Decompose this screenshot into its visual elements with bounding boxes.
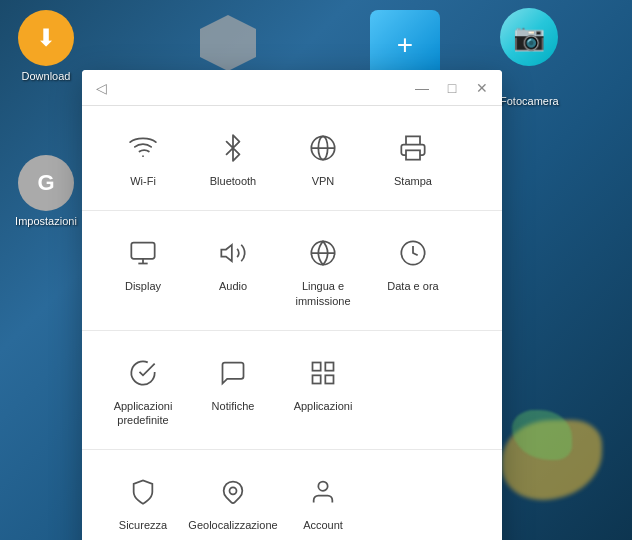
data-icon [393,233,433,273]
settings-item-bluetooth[interactable]: Bluetooth [188,118,278,198]
settings-item-sicurezza[interactable]: Sicurezza [98,462,188,540]
wifi-label: Wi-Fi [130,174,156,188]
svg-point-16 [318,482,327,491]
sicurezza-label: Sicurezza [119,518,167,532]
lingua-label: Lingua e immissione [286,279,360,308]
applicazioni-icon [303,353,343,393]
maximize-button[interactable]: □ [440,76,464,100]
data-label: Data e ora [387,279,438,293]
bluetooth-icon [213,128,253,168]
settings-body: Wi-Fi Bluetooth VPN [82,106,502,540]
audio-label: Audio [219,279,247,293]
apppredefinite-label: Applicazioni predefinite [106,399,180,428]
sicurezza-icon [123,472,163,512]
fotocamera-icon[interactable]: 📷 [500,8,558,66]
settings-item-account[interactable]: Account [278,462,368,540]
window-titlebar: ◁ — □ ✕ [82,70,502,106]
settings-section-4: Sicurezza Geolocalizzazione Account [82,450,502,540]
settings-section-3: Applicazioni predefinite Notifiche Appli… [82,331,502,451]
apppredefinite-icon [123,353,163,393]
settings-item-audio[interactable]: Audio [188,223,278,318]
lingua-icon [303,233,343,273]
desktop-icon-download[interactable]: ⬇ Download [6,10,86,82]
applicazioni-label: Applicazioni [294,399,353,413]
geolocalizzazione-icon [213,472,253,512]
settings-item-apppredefinite[interactable]: Applicazioni predefinite [98,343,188,438]
bluetooth-label: Bluetooth [210,174,256,188]
fotocamera-label: Fotocamera [500,95,559,107]
svg-marker-7 [221,245,232,261]
desktop-icon-impostazioni[interactable]: G Impostazioni [6,155,86,227]
svg-point-15 [230,488,237,495]
settings-item-geolocalizzazione[interactable]: Geolocalizzazione [188,462,278,540]
notifiche-icon [213,353,253,393]
settings-item-stampa[interactable]: Stampa [368,118,458,198]
settings-window: ◁ — □ ✕ Wi-Fi [82,70,502,540]
impostazioni-icon: G [18,155,74,211]
download-icon: ⬇ [18,10,74,66]
svg-rect-11 [313,362,321,370]
audio-icon [213,233,253,273]
stampa-label: Stampa [394,174,432,188]
settings-item-lingua[interactable]: Lingua e immissione [278,223,368,318]
wifi-icon [123,128,163,168]
bg-hex1 [200,15,256,71]
settings-item-data[interactable]: Data e ora [368,223,458,318]
minimize-button[interactable]: — [410,76,434,100]
display-icon [123,233,163,273]
settings-item-wifi[interactable]: Wi-Fi [98,118,188,198]
notifiche-label: Notifiche [212,399,255,413]
stampa-icon [393,128,433,168]
svg-rect-13 [313,375,321,383]
svg-rect-12 [325,362,333,370]
download-label: Download [22,70,71,82]
geolocalizzazione-label: Geolocalizzazione [188,518,277,532]
settings-section-2: Display Audio Lingua e immissione [82,211,502,331]
settings-item-notifiche[interactable]: Notifiche [188,343,278,438]
titlebar-left: ◁ [90,76,113,100]
display-label: Display [125,279,161,293]
desktop: ⬇ Download G Impostazioni + 📷 Fotocamera… [0,0,632,540]
account-label: Account [303,518,343,532]
vpn-label: VPN [312,174,335,188]
settings-item-applicazioni[interactable]: Applicazioni [278,343,368,438]
settings-item-vpn[interactable]: VPN [278,118,368,198]
svg-rect-14 [325,375,333,383]
back-button[interactable]: ◁ [90,76,113,100]
close-button[interactable]: ✕ [470,76,494,100]
account-icon [303,472,343,512]
impostazioni-label: Impostazioni [15,215,77,227]
vpn-icon [303,128,343,168]
titlebar-controls: — □ ✕ [410,76,494,100]
settings-item-display[interactable]: Display [98,223,188,318]
svg-rect-3 [406,150,420,159]
settings-section-1: Wi-Fi Bluetooth VPN [82,106,502,211]
svg-rect-4 [131,243,154,259]
